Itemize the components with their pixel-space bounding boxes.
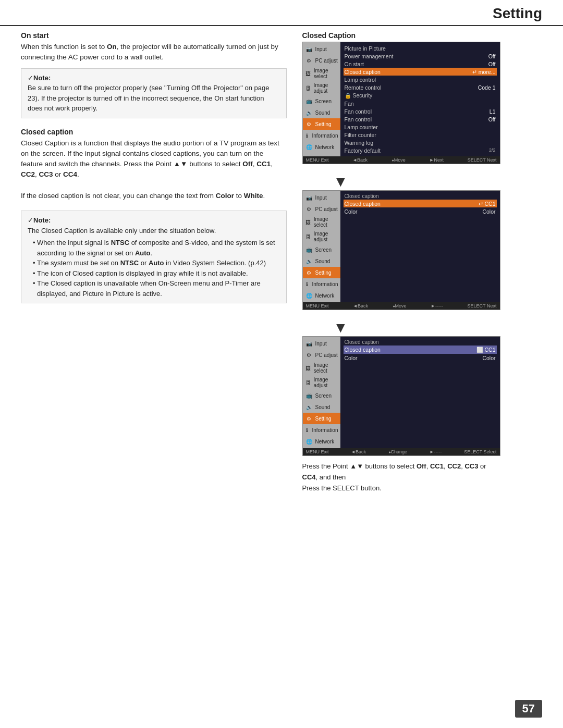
menu-row: Remote controlCode 1: [344, 83, 497, 91]
information-icon: ℹ: [305, 131, 310, 140]
sidebar-label: Image select: [314, 68, 338, 79]
screen-icon: 📺: [305, 391, 313, 400]
menu-block-2: 📷 Input ⚙ PC adjust 🖼 Image select �: [302, 190, 500, 310]
sidebar-label: Sound: [315, 404, 331, 410]
sidebar-label: Input: [315, 46, 327, 52]
menu-row: Filter counter: [344, 131, 497, 139]
menu-bottombar-1: MENU Exit ◄Back ⬥Move ►Next SELECT Next: [303, 156, 500, 164]
sidebar-label: Sound: [315, 110, 331, 116]
menu-row: Lamp control: [344, 76, 497, 83]
sidebar-item-setting: ⚙ Setting: [303, 267, 340, 278]
imageselect-icon: 🖼: [305, 69, 312, 78]
menu-bottombar-3: MENU Exit ◄Back ⬥Change ►----- SELECT Se…: [303, 448, 500, 455]
sidebar-label: Information: [312, 133, 338, 139]
sidebar-item-setting: ⚙ Setting: [303, 118, 340, 130]
imageselect-icon: 🖼: [305, 218, 312, 226]
network-icon: 🌐: [305, 291, 313, 300]
sidebar-label: Network: [315, 439, 335, 445]
imageadjust-icon: 🎛: [305, 378, 312, 387]
sidebar-label: Input: [315, 195, 327, 201]
page-title: Setting: [21, 5, 542, 22]
imageselect-icon: 🖼: [305, 364, 312, 372]
list-item: When the input signal is NTSC of composi…: [33, 238, 280, 258]
menu-ui-1: 📷 Input ⚙ PC adjust 🖼 Image select �: [302, 42, 500, 164]
information-icon: ℹ: [305, 280, 310, 288]
imageadjust-icon: 🎛: [305, 84, 312, 92]
sidebar-label: Sound: [315, 258, 331, 264]
menu-ui-2: 📷 Input ⚙ PC adjust 🖼 Image select �: [302, 190, 500, 310]
menu-row: Fan: [344, 100, 497, 107]
sidebar-item-sound: 🔊 Sound: [303, 107, 340, 118]
sidebar-label: Setting: [315, 270, 332, 276]
setting-icon: ⚙: [305, 414, 313, 423]
sidebar-label: Image select: [314, 216, 338, 228]
sidebar-item-setting: ⚙ Setting: [303, 413, 340, 424]
sound-icon: 🔊: [305, 403, 313, 411]
menu-row: Warning log: [344, 139, 497, 146]
sidebar-label: PC adjust: [315, 352, 338, 358]
menu-sidebar-2: 📷 Input ⚙ PC adjust 🖼 Image select �: [303, 191, 340, 302]
network-icon: 🌐: [305, 143, 313, 151]
sidebar-label: Input: [315, 341, 327, 347]
sidebar-item-input: 📷 Input: [303, 338, 340, 349]
sidebar-label: Screen: [315, 393, 332, 399]
cc-subheader: Closed caption: [344, 193, 497, 200]
list-item: The Closed caption is unavailable when O…: [33, 278, 280, 299]
sidebar-item-information: ℹ Information: [303, 130, 340, 141]
sidebar-item-screen: 📺 Screen: [303, 390, 340, 401]
sidebar-label: Image adjust: [314, 377, 338, 388]
sidebar-label: Network: [315, 144, 335, 150]
main-content: On start When this function is set to On…: [0, 31, 563, 503]
arrow-down-2: ▼: [334, 320, 348, 335]
menu-ui-inner-2: 📷 Input ⚙ PC adjust 🖼 Image select �: [303, 191, 500, 302]
imageadjust-icon: 🎛: [305, 232, 312, 241]
information-icon: ℹ: [305, 426, 310, 434]
menu-label-1: Closed Caption: [302, 31, 500, 40]
sidebar-item-imageadjust: 🎛 Image adjust: [303, 81, 340, 95]
sidebar-label: Information: [312, 427, 338, 433]
page-header: Setting: [0, 0, 563, 26]
sidebar-label: PC adjust: [315, 58, 338, 64]
menu-content-1: Picture in Picture Power managementOff O…: [340, 42, 500, 156]
sidebar-item-pcadjust: ⚙ PC adjust: [303, 349, 340, 361]
menu-row: 🔒 Security: [344, 91, 497, 100]
pcadjust-icon: ⚙: [305, 351, 313, 359]
on-start-body: When this function is set to On, the pro…: [21, 42, 287, 63]
sidebar-item-pcadjust: ⚙ PC adjust: [303, 203, 340, 215]
menu-bottombar-2: MENU Exit ◄Back ⬥Move ►----- SELECT Next: [303, 302, 500, 310]
bottom-note-title: Note:: [33, 216, 51, 224]
menu-content-3: Closed caption Closed caption ⬜ CC1 Colo…: [340, 337, 500, 448]
menu-row: Fan controlOff: [344, 115, 497, 123]
on-start-section: On start When this function is set to On…: [21, 31, 287, 118]
cc-row: Color Color: [344, 354, 497, 362]
menu-row: Picture in Picture: [344, 44, 497, 52]
sidebar-item-imageselect: 🖼 Image select: [303, 215, 340, 229]
sidebar-item-imageselect: 🖼 Image select: [303, 361, 340, 375]
sound-icon: 🔊: [305, 108, 313, 117]
on-start-title: On start: [21, 31, 287, 40]
sidebar-label: Information: [312, 281, 338, 287]
setting-icon: ⚙: [305, 120, 313, 128]
menu-block-1: Closed Caption 📷 Input ⚙ PC adjust: [302, 31, 500, 164]
sound-icon: 🔊: [305, 257, 313, 265]
sidebar-label: Network: [315, 293, 335, 299]
sidebar-item-imageadjust: 🎛 Image adjust: [303, 229, 340, 244]
bottom-note-box: ✓Note: The Closed Caption is available o…: [21, 211, 287, 303]
sidebar-label: Screen: [315, 98, 332, 104]
menu-ui-inner-3: 📷 Input ⚙ PC adjust 🖼 Image select �: [303, 337, 500, 448]
sidebar-label: Image adjust: [314, 231, 338, 242]
cc-subheader: Closed caption: [344, 339, 497, 346]
bottom-note-list: When the input signal is NTSC of composi…: [28, 238, 280, 299]
menu-content-2: Closed caption Closed caption ↵ CC1 Colo…: [340, 191, 500, 302]
sidebar-item-information: ℹ Information: [303, 424, 340, 436]
sidebar-item-information: ℹ Information: [303, 278, 340, 290]
input-icon: 📷: [305, 193, 313, 202]
menu-row-highlighted: Closed caption↵ more...: [344, 68, 497, 76]
setting-icon: ⚙: [305, 268, 313, 277]
sidebar-item-pcadjust: ⚙ PC adjust: [303, 55, 340, 66]
screen-icon: 📺: [305, 97, 313, 105]
list-item: The system must be set on NTSC or Auto i…: [33, 258, 280, 268]
cc-row-highlighted2: Closed caption ⬜ CC1: [344, 346, 497, 354]
menu-row: Lamp counter: [344, 123, 497, 131]
sidebar-label: Screen: [315, 247, 332, 253]
